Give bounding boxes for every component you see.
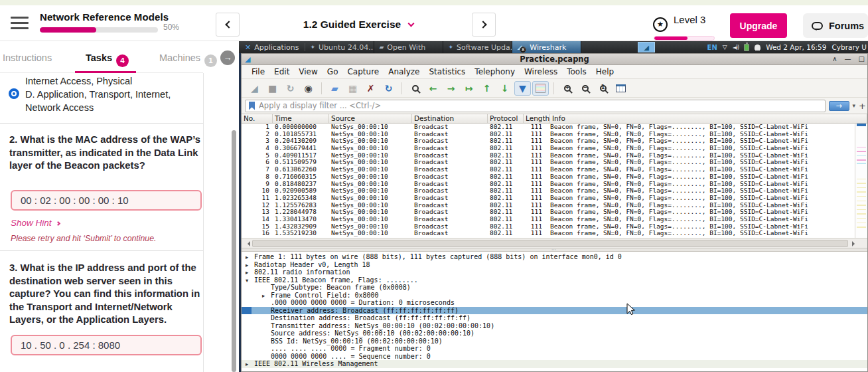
battery-icon[interactable] [744,44,749,51]
packet-row[interactable]: 5 0.409011517 NetSys_00:00:10 Broadcast … [242,152,855,159]
go-top-icon[interactable]: ↑ [478,81,495,96]
packet-list-scrollbar-minimap[interactable] [855,124,867,238]
menu-item[interactable]: Tools [562,67,591,76]
packet-row[interactable]: 3 0.204130209 NetSys_00:00:10 Broadcast … [242,138,855,145]
packet-row[interactable]: 2 0.101855731 NetSys_00:00:10 Broadcast … [242,131,855,138]
packet-list-hscrollbar[interactable] [242,238,867,248]
tab-machines[interactable]: Machines1 [159,52,217,67]
open-file-icon[interactable]: ▰ [326,81,343,96]
menu-item[interactable]: Edit [269,67,294,76]
start-capture-icon[interactable]: ◢ [246,81,263,96]
prev-lesson-button[interactable] [216,13,240,37]
menu-item[interactable]: Help [591,67,618,76]
menu-item[interactable]: Capture [342,67,384,76]
column-header[interactable]: Destination [412,114,488,123]
detail-row[interactable]: Receiver address: Broadcast (ff:ff:ff:ff… [242,307,867,315]
forums-button[interactable]: Forums [803,13,868,38]
detail-row[interactable]: ▸Frame 1: 111 bytes on wire (888 bits), … [242,253,867,261]
zoom-out-icon[interactable]: − [577,81,593,96]
column-header[interactable]: Source [329,114,412,123]
menu-item[interactable]: Statistics [424,67,470,76]
close-file-icon[interactable]: ✗ [362,81,379,96]
keyboard-layout-indicator[interactable]: EN [707,44,717,51]
taskbar-window-software-updater[interactable]: ✦Software Upda... [443,41,512,53]
menu-item[interactable]: File [247,67,269,76]
detail-row[interactable]: Type/Subtype: Beacon frame (0x0008) [242,284,867,292]
packet-row[interactable]: 13 1.228044978 NetSys_00:00:10 Broadcast… [242,209,855,216]
column-header[interactable]: Length [524,114,550,123]
menu-item[interactable]: View [294,67,322,76]
packet-row[interactable]: 7 0.613862260 NetSys_00:00:10 Broadcast … [242,166,855,173]
column-header[interactable]: Info [550,114,867,123]
packet-row[interactable]: 1 0.000000000 NetSys_00:00:10 Broadcast … [242,124,855,131]
detail-row[interactable]: .000 0000 0000 0000 = Duration: 0 micros… [242,299,867,307]
packet-row[interactable]: 11 1.023265348 NetSys_00:00:10 Broadcast… [242,195,855,202]
show-hint-link[interactable]: Show Hint [11,218,60,228]
expander-icon[interactable]: ▸ [246,361,254,369]
wireshark-titlebar[interactable]: ◢ Practice.pcapng ∧ — □ [242,54,867,65]
reload-file-icon[interactable]: ↻ [380,81,397,96]
column-header[interactable]: No. [242,114,273,123]
radio-selected[interactable] [9,88,19,99]
lesson-selector[interactable]: 1.2 Guided Exercise [285,19,431,31]
detail-row[interactable]: BSS Id: NetSys_00:00:10 (00:02:00:00:00:… [242,337,867,345]
taskbar-window-ubuntu[interactable]: ✦Ubuntu 24.04.... [305,41,374,53]
packet-row[interactable]: 10 0.920900589 NetSys_00:00:10 Broadcast… [242,187,855,195]
question-2-answer-input[interactable]: 00 : 02 : 00 : 00 : 00 : 10 [11,190,202,211]
network-icon[interactable]: ▽ [723,44,727,50]
detail-row[interactable]: .... .... .... 0000 = Fragment number: 0 [242,345,867,353]
filter-dropdown-caret[interactable]: ▾ [853,102,856,109]
resize-columns-icon[interactable] [613,81,629,96]
packet-row[interactable]: 15 1.432832909 NetSys_00:00:10 Broadcast… [242,223,855,231]
applications-menu[interactable]: ✕ Applications [239,41,305,53]
filter-bookmark-icon[interactable] [249,102,255,110]
panel-scrollbar[interactable] [232,130,236,372]
tab-scroll-arrow[interactable]: → [220,50,235,65]
taskbar-window-wireshark[interactable]: ◢8Wireshark [512,41,581,53]
packet-row[interactable]: 16 1.535219230 NetSys_00:00:10 Broadcast… [242,230,855,237]
auto-scroll-icon[interactable]: ▼ [514,81,531,96]
hamburger-menu-icon[interactable] [11,17,29,29]
packet-row[interactable]: 8 0.716060315 NetSys_00:00:10 Broadcast … [242,173,855,181]
packet-row[interactable]: 14 1.330413470 NetSys_00:00:10 Broadcast… [242,216,855,223]
find-packet-icon[interactable] [407,81,423,96]
go-forward-icon[interactable]: → [443,81,459,96]
detail-row[interactable]: ▸802.11 radio information [242,268,867,276]
menu-item[interactable]: Go [323,67,343,76]
packet-row[interactable]: 6 0.511509579 NetSys_00:00:10 Broadcast … [242,159,855,166]
scroll-left-arrow-icon[interactable] [245,241,250,246]
zoom-100-icon[interactable]: 1 [595,81,611,96]
upgrade-button[interactable]: Upgrade [730,13,787,38]
menu-item[interactable]: Wireless [520,67,562,76]
minimize-window-button[interactable]: — [845,54,851,64]
detail-row[interactable]: ▸IEEE 802.11 Wireless Management [242,360,867,368]
detail-row[interactable]: ▸Frame Control Field: 0x8000 [242,292,867,300]
detail-row[interactable]: 0000 0000 0000 .... = Sequence number: 0 [242,353,867,361]
menu-item[interactable]: Analyze [384,67,424,76]
packet-row[interactable]: 4 0.306679441 NetSys_00:00:10 Broadcast … [242,145,855,152]
colorize-icon[interactable] [532,81,549,96]
question-3-answer-input[interactable]: 10 . 50 . 0 . 254 : 8080 [11,335,202,355]
detail-row[interactable]: Source address: NetSys_00:00:10 (00:02:0… [242,329,867,337]
display-filter-input[interactable]: Apply a display filter ... <Ctrl-/> [245,100,826,112]
wireshark-launcher-icon[interactable]: ◢ [638,42,655,52]
apply-filter-button[interactable]: → [829,101,849,111]
zoom-in-icon[interactable]: + [559,81,575,96]
tab-instructions[interactable]: Instructions [3,52,52,63]
hscroll-thumb[interactable] [252,240,848,247]
taskbar-window-open-with[interactable]: ▰Open With [374,41,443,53]
maximize-window-button[interactable]: □ [859,54,865,64]
scroll-right-arrow-icon[interactable] [852,241,857,246]
notifications-icon[interactable] [755,45,760,50]
detail-row[interactable]: Transmitter address: NetSys_00:00:10 (00… [242,322,867,330]
detail-row[interactable]: ▸Radiotap Header v0, Length 18 [242,261,867,269]
save-file-icon[interactable]: ▦ [344,81,361,96]
answer-option-d-line1[interactable]: D. Application, Transport, Internet, [25,89,171,100]
add-filter-button[interactable]: + [859,101,866,111]
detail-row[interactable]: Destination address: Broadcast (ff:ff:ff… [242,314,867,322]
capture-options-icon[interactable]: ◉ [300,81,317,96]
next-lesson-button[interactable] [472,13,496,37]
packet-row[interactable]: 9 0.818480237 NetSys_00:00:10 Broadcast … [242,181,855,188]
detail-row[interactable]: ▾IEEE 802.11 Beacon frame, Flags: ......… [242,276,867,284]
go-back-icon[interactable]: ← [425,81,441,96]
